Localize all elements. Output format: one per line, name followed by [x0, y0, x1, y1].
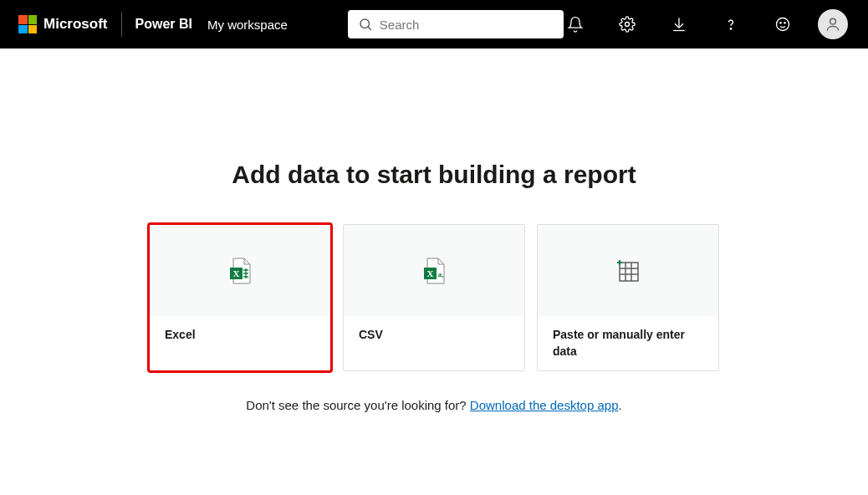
person-icon [825, 16, 841, 33]
settings-button[interactable] [615, 13, 639, 36]
search-input[interactable] [380, 18, 554, 32]
footer-period: . [619, 398, 622, 412]
svg-text:X: X [233, 268, 240, 278]
svg-rect-17 [620, 263, 638, 281]
gear-icon [619, 16, 636, 33]
card-manual-label: Paste or manually enter data [538, 317, 718, 370]
footer-prompt: Don't see the source you're looking for?… [246, 398, 621, 412]
help-icon [722, 16, 739, 33]
download-icon [671, 16, 687, 33]
card-csv-icon-area: X a, [344, 225, 524, 317]
svg-point-0 [360, 19, 370, 28]
card-manual-data[interactable]: Paste or manually enter data [537, 224, 719, 371]
account-button[interactable] [818, 9, 848, 39]
microsoft-logo[interactable]: Microsoft [18, 15, 108, 33]
svg-point-7 [830, 18, 836, 24]
notifications-button[interactable] [564, 13, 587, 36]
card-excel-label: Excel [150, 317, 330, 370]
download-button[interactable] [667, 13, 691, 36]
card-excel-icon-area: X [150, 225, 330, 317]
header-actions [564, 9, 855, 39]
csv-file-icon: X a, [419, 256, 449, 286]
page-heading: Add data to start building a report [232, 161, 636, 189]
download-desktop-link[interactable]: Download the desktop app [470, 398, 619, 412]
data-source-cards: X Excel X a, CSV [149, 224, 719, 371]
app-name[interactable]: Power BI [135, 17, 192, 32]
smiley-icon [774, 16, 791, 33]
card-excel[interactable]: X Excel [149, 224, 331, 371]
main-content: Add data to start building a report X Ex… [0, 48, 868, 412]
brand-label: Microsoft [43, 16, 108, 33]
svg-point-2 [625, 23, 630, 27]
card-csv-label: CSV [344, 317, 524, 370]
app-header: Microsoft Power BI My workspace [0, 0, 868, 48]
card-csv[interactable]: X a, CSV [343, 224, 525, 371]
microsoft-logo-icon [18, 15, 37, 33]
svg-text:a,: a, [438, 270, 444, 278]
svg-line-1 [368, 27, 371, 30]
workspace-breadcrumb[interactable]: My workspace [207, 18, 288, 32]
feedback-button[interactable] [771, 13, 794, 36]
svg-point-5 [780, 23, 781, 23]
svg-point-3 [730, 28, 731, 29]
table-plus-icon [613, 256, 643, 286]
search-icon [358, 17, 373, 32]
svg-text:X: X [427, 268, 434, 278]
svg-point-4 [777, 18, 789, 31]
footer-prompt-text: Don't see the source you're looking for? [246, 398, 470, 412]
help-button[interactable] [719, 13, 743, 36]
header-divider [121, 12, 122, 37]
bell-icon [567, 16, 584, 33]
search-box[interactable] [348, 10, 564, 38]
card-manual-icon-area [538, 225, 718, 317]
excel-file-icon: X [225, 256, 255, 286]
svg-point-6 [784, 23, 785, 23]
